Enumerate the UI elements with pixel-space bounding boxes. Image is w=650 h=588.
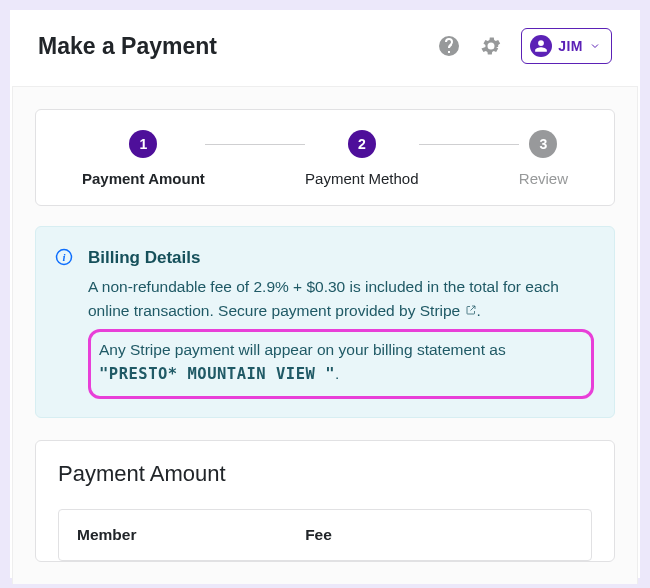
header-actions: JIM: [437, 28, 612, 64]
step-label: Payment Method: [305, 170, 418, 187]
svg-text:i: i: [62, 251, 65, 263]
payment-amount-title: Payment Amount: [58, 461, 592, 487]
external-link-icon: [465, 304, 477, 316]
content-area: 1 Payment Amount 2 Payment Method 3 Revi…: [12, 86, 638, 584]
help-icon[interactable]: [437, 34, 461, 58]
step-line: [419, 144, 519, 146]
billing-fee-text: A non-refundable fee of 2.9% + $0.30 is …: [88, 278, 559, 319]
billing-statement-callout: Any Stripe payment will appear on your b…: [88, 329, 594, 399]
chevron-down-icon: [589, 40, 601, 52]
step-line: [205, 144, 305, 146]
stripe-link[interactable]: Stripe: [420, 302, 477, 319]
app-window: Make a Payment JIM 1 Payment Amount: [10, 10, 640, 578]
payment-table: Member Fee: [58, 509, 592, 561]
col-fee: Fee: [305, 526, 332, 544]
payment-amount-card: Payment Amount Member Fee: [35, 440, 615, 562]
step-payment-method[interactable]: 2 Payment Method: [305, 130, 418, 187]
billing-title: Billing Details: [88, 245, 594, 271]
statement-pre-text: Any Stripe payment will appear on your b…: [99, 341, 506, 358]
table-header-row: Member Fee: [59, 510, 591, 560]
step-label: Payment Amount: [82, 170, 205, 187]
info-icon: i: [54, 247, 74, 267]
avatar-icon: [530, 35, 552, 57]
stepper: 1 Payment Amount 2 Payment Method 3 Revi…: [82, 130, 568, 187]
gear-icon[interactable]: [479, 34, 503, 58]
billing-details-card: i Billing Details A non-refundable fee o…: [35, 226, 615, 418]
step-label: Review: [519, 170, 568, 187]
billing-body: Billing Details A non-refundable fee of …: [88, 245, 594, 399]
step-number: 2: [348, 130, 376, 158]
col-member: Member: [77, 526, 305, 544]
step-payment-amount[interactable]: 1 Payment Amount: [82, 130, 205, 187]
user-menu-button[interactable]: JIM: [521, 28, 612, 64]
stepper-card: 1 Payment Amount 2 Payment Method 3 Revi…: [35, 109, 615, 206]
step-review: 3 Review: [519, 130, 568, 187]
page-title: Make a Payment: [38, 33, 437, 60]
step-number: 1: [129, 130, 157, 158]
step-number: 3: [529, 130, 557, 158]
user-name-label: JIM: [558, 38, 583, 54]
header-bar: Make a Payment JIM: [10, 10, 640, 86]
statement-descriptor: "PRESTO* MOUNTAIN VIEW ": [99, 365, 335, 383]
